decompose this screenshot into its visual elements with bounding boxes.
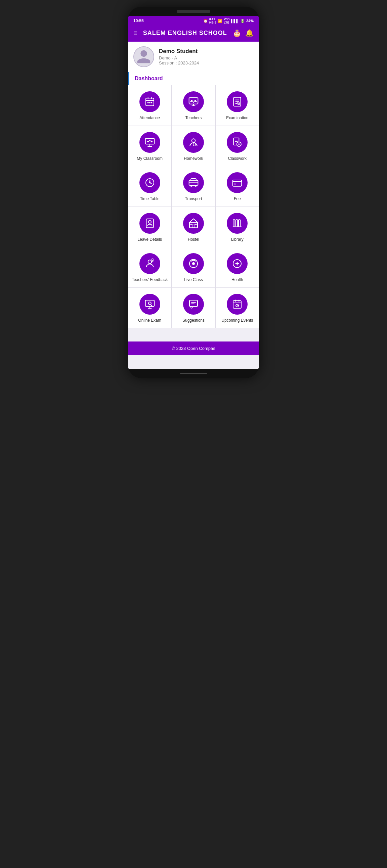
grid-item-transport[interactable]: Transport — [172, 166, 215, 207]
grid-item-label-teachers: Teachers — [185, 116, 202, 121]
phone-bottom — [128, 369, 259, 378]
svg-rect-17 — [145, 138, 154, 144]
grid-item-classroom[interactable]: My Classroom — [128, 126, 171, 166]
wifi-icon: 📶 — [218, 19, 222, 23]
grid-item-label-leave: Leave Details — [138, 237, 162, 242]
leave-icon — [140, 213, 160, 234]
homework-icon — [183, 132, 204, 153]
status-bar: 10:55 ⏰ 0.11KB/S 📶 VoBLTE ▌▌▌ 🔋 34% — [128, 16, 259, 26]
grid-item-suggestions[interactable]: Suggestions — [172, 288, 215, 328]
avatar — [133, 46, 154, 67]
library-icon — [227, 213, 247, 234]
grid-item-teachers[interactable]: Teachers — [172, 85, 215, 126]
grid-item-label-onlineexam: Online Exam — [138, 318, 161, 323]
svg-rect-65 — [189, 300, 198, 307]
svg-point-4 — [147, 102, 148, 103]
menu-button[interactable]: ≡ — [133, 29, 138, 37]
grid-item-events[interactable]: Upcoming Events — [216, 288, 259, 328]
avatar-icon — [136, 49, 152, 65]
grid-item-fee[interactable]: Fee — [216, 166, 259, 207]
svg-rect-49 — [239, 220, 240, 227]
suggestions-icon — [183, 294, 204, 315]
events-icon — [227, 294, 247, 315]
student-session: Session : 2023-2024 — [159, 60, 254, 65]
student-name: Demo Student — [159, 48, 254, 55]
volte-icon: VoBLTE — [224, 18, 230, 24]
svg-rect-7 — [189, 98, 198, 104]
liveclass-icon — [183, 253, 204, 274]
alarm-icon: ⏰ — [203, 19, 208, 23]
svg-point-5 — [149, 102, 150, 103]
examination-icon — [227, 91, 247, 112]
svg-rect-46 — [195, 224, 197, 225]
profile-info: Demo Student Demo - A Session : 2023-202… — [159, 48, 254, 65]
grid-item-liveclass[interactable]: Live Class — [172, 247, 215, 287]
notch — [177, 10, 210, 13]
svg-line-74 — [237, 306, 238, 306]
svg-rect-48 — [236, 220, 238, 227]
svg-rect-44 — [192, 224, 195, 228]
grid-item-label-timetable: Time Table — [140, 196, 159, 202]
grid-item-label-classwork: Classwork — [228, 156, 246, 161]
copyright-text: © 2023 Open Compas — [172, 346, 215, 351]
grid-item-label-homework: Homework — [184, 156, 203, 161]
dashboard-label: Dashboard — [128, 72, 259, 85]
phone-frame: 10:55 ⏰ 0.11KB/S 📶 VoBLTE ▌▌▌ 🔋 34% ≡ SA… — [128, 7, 259, 378]
bottom-space — [128, 328, 259, 341]
svg-point-31 — [149, 182, 150, 183]
grid-item-attendance[interactable]: Attendance — [128, 85, 171, 126]
status-icons: ⏰ 0.11KB/S 📶 VoBLTE ▌▌▌ 🔋 34% — [203, 18, 254, 24]
hostel-icon — [183, 213, 204, 234]
notification-icon[interactable]: 🔔 — [245, 29, 254, 37]
svg-point-34 — [195, 185, 197, 187]
signal-bars: ▌▌▌ — [231, 19, 239, 23]
grid-item-homework[interactable]: Homework — [172, 126, 215, 166]
timetable-icon — [140, 172, 160, 193]
fee-icon — [227, 172, 247, 193]
data-speed: 0.11KB/S — [209, 18, 217, 24]
svg-point-23 — [192, 139, 196, 143]
grid-item-examination[interactable]: Examination — [216, 85, 259, 126]
feedback-icon: ★ — [140, 253, 160, 274]
grid-item-label-health: Health — [232, 277, 243, 283]
svg-point-22 — [149, 140, 150, 141]
home-indicator — [180, 373, 207, 374]
classwork-icon — [227, 132, 247, 153]
svg-point-55 — [192, 262, 195, 265]
grid-item-label-examination: Examination — [226, 116, 248, 121]
app-header: ≡ SALEM ENGLISH SCHOOL 🎂 🔔 — [128, 26, 259, 42]
grid-item-timetable[interactable]: Time Table — [128, 166, 171, 207]
svg-point-33 — [190, 185, 192, 187]
grid-item-label-events: Upcoming Events — [221, 318, 253, 323]
svg-point-20 — [147, 141, 149, 142]
grid-item-label-transport: Transport — [185, 196, 202, 202]
notch-bar — [128, 7, 259, 16]
svg-rect-39 — [234, 184, 236, 185]
health-icon — [227, 253, 247, 274]
grid-item-label-fee: Fee — [234, 196, 241, 202]
grid-item-label-library: Library — [231, 237, 243, 242]
footer: © 2023 Open Compas — [128, 341, 259, 355]
grid-item-hostel[interactable]: Hostel — [172, 207, 215, 247]
svg-point-21 — [150, 141, 152, 142]
header-action-icons: 🎂 🔔 — [233, 29, 254, 37]
grid-item-label-attendance: Attendance — [140, 116, 160, 121]
svg-point-41 — [148, 221, 151, 223]
grid-item-health[interactable]: Health — [216, 247, 259, 287]
app-content: Demo Student Demo - A Session : 2023-202… — [128, 42, 259, 369]
grid-item-feedback[interactable]: ★ Teachers' Feedback — [128, 247, 171, 287]
grid-item-leave[interactable]: Leave Details — [128, 207, 171, 247]
grid-item-label-liveclass: Live Class — [184, 277, 203, 283]
student-class: Demo - A — [159, 55, 254, 60]
battery-icon: 🔋 — [240, 19, 245, 23]
birthday-icon[interactable]: 🎂 — [233, 29, 241, 37]
teachers-icon — [183, 91, 204, 112]
svg-text:★: ★ — [152, 259, 153, 261]
extra-space — [128, 355, 259, 369]
grid-item-classwork[interactable]: Classwork — [216, 126, 259, 166]
grid-item-library[interactable]: Library — [216, 207, 259, 247]
transport-icon — [183, 172, 204, 193]
grid-item-label-classroom: My Classroom — [137, 156, 162, 161]
onlineexam-icon — [140, 294, 160, 315]
grid-item-onlineexam[interactable]: Online Exam — [128, 288, 171, 328]
